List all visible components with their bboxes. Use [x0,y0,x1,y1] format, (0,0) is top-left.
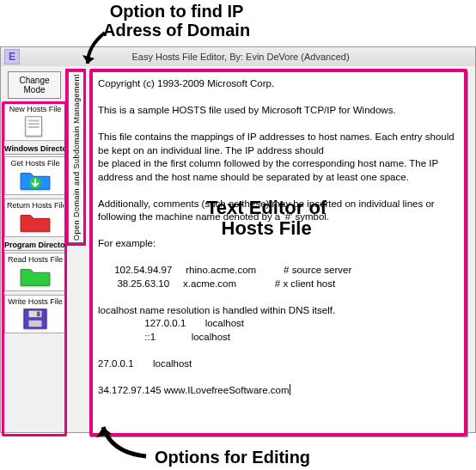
get-hosts-label: Get Hosts File [7,159,64,168]
sidebar: New Hosts File Windows Directory Get Hos… [4,102,66,434]
annotation-mid: Text Editor of Hosts File [206,198,326,239]
svg-rect-2 [28,123,40,125]
section-windows-dir: Windows Directory [4,144,66,155]
read-hosts-label: Read Hosts File [7,255,64,264]
annotation-top: Option to find IP Adress of Domain [103,2,250,40]
file-icon [19,114,52,138]
editor-line [98,344,461,357]
editor-line: 102.54.94.97 rhino.acme.com # source ser… [98,264,461,278]
read-hosts-file-button[interactable]: Read Hosts File [4,253,66,291]
app-window: E Easy Hosts File Editor, By: Evin DeVor… [0,46,476,433]
editor-line [98,184,461,198]
editor-line: localhost name resolution is handled wit… [98,304,461,318]
app-icon: E [4,49,20,64]
editor-line: ::1 localhost [98,331,461,345]
svg-rect-8 [37,312,40,317]
write-hosts-file-button[interactable]: Write Hosts File [4,295,66,333]
editor-line [98,118,461,131]
editor-line: 34.172.97.145 www.ILovefreeSoftware.com [98,384,461,398]
save-disk-icon [19,307,52,331]
new-hosts-label: New Hosts File [7,105,64,113]
editor-line: 27.0.0.1 localhost [98,357,461,371]
editor-line [98,370,461,384]
editor-line: 127.0.0.1 localhost [98,317,461,331]
hosts-text-editor[interactable]: Copyright (c) 1993-2009 Microsoft Corp. … [90,71,468,437]
svg-rect-3 [28,126,40,128]
folder-download-icon [19,168,52,192]
text-caret [290,384,290,395]
folder-green-icon [19,265,52,289]
get-hosts-file-button[interactable]: Get Hosts File [4,156,66,195]
editor-line: 38.25.63.10 x.acme.com # x client host [98,278,461,291]
change-mode-button[interactable]: Change Mode [8,71,61,99]
editor-line [98,290,461,304]
return-hosts-file-button[interactable]: Return Hosts File [4,198,66,237]
arrow-bot [95,418,155,461]
editor-line: Copyright (c) 1993-2009 Microsoft Corp. [98,77,461,91]
write-hosts-label: Write Hosts File [7,297,64,306]
editor-line: This is a sample HOSTS file used by Micr… [98,104,461,118]
titlebar: E Easy Hosts File Editor, By: Evin DeVor… [1,47,475,66]
svg-rect-7 [29,320,42,327]
folder-red-icon [19,211,52,235]
svg-rect-1 [28,120,40,122]
domain-management-tab[interactable]: Open Domain and Subdomain Management [68,71,85,243]
editor-line [98,91,461,105]
section-program-dir: Program Directory [4,241,66,251]
editor-line [98,251,461,265]
editor-line: This file contains the mappings of IP ad… [98,131,461,157]
editor-line: be placed in the first column followed b… [98,157,461,184]
new-hosts-file-button[interactable]: New Hosts File [4,102,66,141]
return-hosts-label: Return Hosts File [7,201,64,210]
annotation-bot: Options for Editing [155,448,310,467]
editor-line: For example: [98,237,461,251]
